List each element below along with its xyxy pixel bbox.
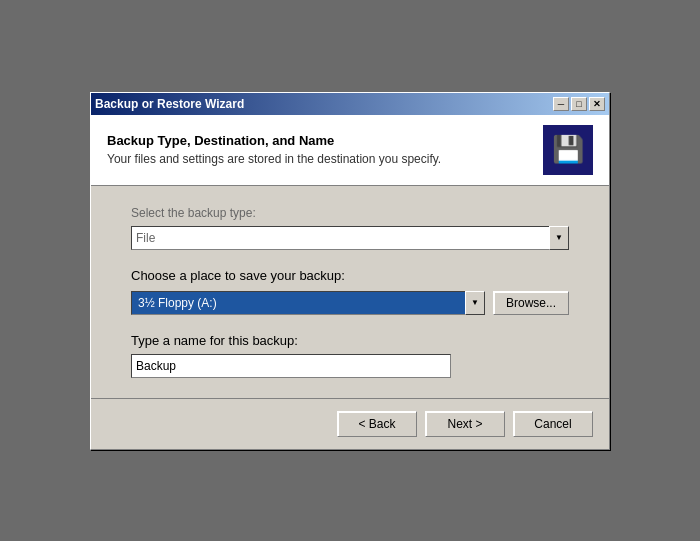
save-row: 3½ Floppy (A:)DesktopMy DocumentsBrowse.… [131,291,569,315]
backup-icon: 💾 [543,125,593,175]
save-select-wrapper: 3½ Floppy (A:)DesktopMy DocumentsBrowse.… [131,291,485,315]
close-button[interactable]: ✕ [589,97,605,111]
window-title: Backup or Restore Wizard [95,97,244,111]
header-subtitle: Your files and settings are stored in th… [107,152,533,166]
save-location-label: Choose a place to save your backup: [131,268,569,283]
content-area: Select the backup type: File ▼ Choose a … [91,186,609,398]
next-button[interactable]: Next > [425,411,505,437]
save-location-select[interactable]: 3½ Floppy (A:)DesktopMy DocumentsBrowse.… [131,291,485,315]
back-button[interactable]: < Back [337,411,417,437]
save-location-arrow-icon[interactable]: ▼ [465,291,485,315]
wizard-window: Backup or Restore Wizard ─ □ ✕ Backup Ty… [90,92,610,450]
backup-type-select[interactable]: File [131,226,569,250]
title-bar-left: Backup or Restore Wizard [95,97,244,111]
footer: < Back Next > Cancel [91,398,609,449]
header-section: Backup Type, Destination, and Name Your … [91,115,609,186]
backup-type-arrow-icon[interactable]: ▼ [549,226,569,250]
backup-name-input[interactable] [131,354,451,378]
title-bar-controls: ─ □ ✕ [553,97,605,111]
title-bar: Backup or Restore Wizard ─ □ ✕ [91,93,609,115]
cancel-button[interactable]: Cancel [513,411,593,437]
backup-type-select-wrapper: File ▼ [131,226,569,250]
backup-type-label: Select the backup type: [131,206,569,220]
minimize-button[interactable]: ─ [553,97,569,111]
header-title: Backup Type, Destination, and Name [107,133,533,148]
maximize-button[interactable]: □ [571,97,587,111]
backup-name-label: Type a name for this backup: [131,333,569,348]
browse-button[interactable]: Browse... [493,291,569,315]
header-text: Backup Type, Destination, and Name Your … [107,133,533,166]
